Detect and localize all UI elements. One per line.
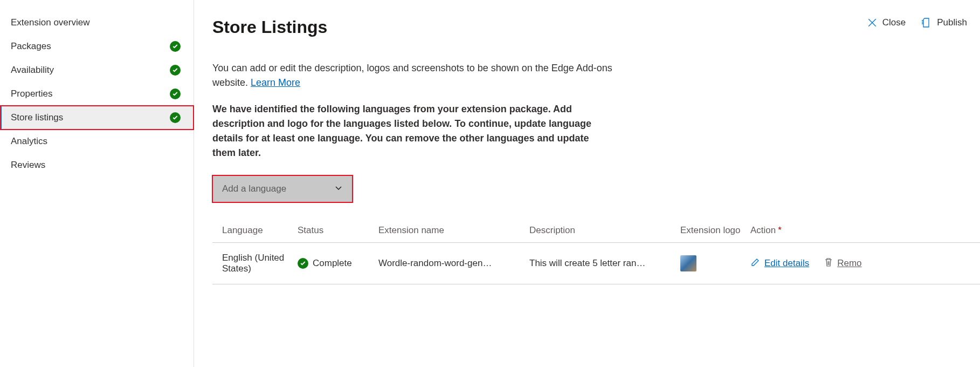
learn-more-link[interactable]: Learn More bbox=[251, 77, 300, 88]
status-text: Complete bbox=[313, 258, 352, 269]
header-row: Store Listings Close Publish bbox=[212, 17, 980, 37]
sidebar-item-reviews[interactable]: Reviews bbox=[0, 153, 194, 177]
page-title: Store Listings bbox=[212, 17, 327, 37]
edit-details-label: Edit details bbox=[764, 258, 809, 269]
header-actions: Close Publish bbox=[867, 17, 967, 28]
sidebar-item-label: Properties bbox=[11, 89, 170, 99]
close-button[interactable]: Close bbox=[867, 17, 906, 28]
sidebar-item-label: Reviews bbox=[11, 160, 181, 171]
col-header-action-label: Action bbox=[750, 225, 776, 236]
sidebar-item-label: Analytics bbox=[11, 136, 181, 147]
sidebar-item-label: Extension overview bbox=[11, 17, 181, 28]
checkmark-icon bbox=[170, 41, 181, 52]
publish-button[interactable]: Publish bbox=[921, 17, 967, 28]
cell-extension-name: Wordle-random-word-gen… bbox=[378, 258, 529, 269]
table-row: English (United States) Complete Wordle-… bbox=[212, 243, 980, 284]
publish-icon bbox=[921, 17, 931, 28]
sidebar-item-analytics[interactable]: Analytics bbox=[0, 130, 194, 153]
table-header: Language Status Extension name Descripti… bbox=[212, 225, 980, 243]
add-language-dropdown[interactable]: Add a language bbox=[212, 175, 353, 202]
sidebar-item-store-listings[interactable]: Store listings bbox=[0, 106, 194, 130]
chevron-down-icon bbox=[334, 184, 343, 195]
col-header-logo: Extension logo bbox=[680, 225, 750, 236]
edit-details-link[interactable]: Edit details bbox=[750, 257, 809, 270]
remove-label: Remo bbox=[837, 258, 861, 269]
sidebar-item-availability[interactable]: Availability bbox=[0, 58, 194, 82]
sidebar-item-packages[interactable]: Packages bbox=[0, 35, 194, 58]
listings-table: Language Status Extension name Descripti… bbox=[212, 225, 980, 284]
cell-logo bbox=[680, 255, 750, 271]
checkmark-icon bbox=[170, 112, 181, 123]
checkmark-icon bbox=[170, 89, 181, 99]
close-label: Close bbox=[882, 17, 906, 28]
publish-label: Publish bbox=[937, 17, 967, 28]
col-header-extension-name: Extension name bbox=[378, 225, 529, 236]
extension-logo-thumb bbox=[680, 255, 696, 271]
cell-status: Complete bbox=[298, 258, 378, 269]
main-content: Store Listings Close Publish You can add… bbox=[194, 0, 980, 367]
notice-text: We have identified the following languag… bbox=[212, 102, 601, 160]
sidebar-item-label: Store listings bbox=[11, 112, 170, 123]
trash-icon bbox=[824, 257, 833, 270]
cell-actions: Edit details Remo bbox=[750, 257, 970, 270]
sidebar: Extension overview Packages Availability… bbox=[0, 0, 194, 367]
required-asterisk-icon: * bbox=[778, 225, 782, 236]
checkmark-icon bbox=[298, 258, 308, 269]
cell-language: English (United States) bbox=[222, 253, 298, 274]
pencil-icon bbox=[750, 257, 760, 270]
col-header-action: Action * bbox=[750, 225, 970, 236]
intro-text: You can add or edit the description, log… bbox=[212, 61, 622, 90]
col-header-language: Language bbox=[222, 225, 298, 236]
sidebar-item-label: Availability bbox=[11, 65, 170, 76]
dropdown-placeholder: Add a language bbox=[222, 184, 286, 194]
sidebar-item-extension-overview[interactable]: Extension overview bbox=[0, 11, 194, 35]
sidebar-item-properties[interactable]: Properties bbox=[0, 82, 194, 106]
col-header-description: Description bbox=[529, 225, 680, 236]
sidebar-item-label: Packages bbox=[11, 41, 170, 52]
add-language-dropdown-wrap: Add a language bbox=[212, 175, 353, 202]
col-header-status: Status bbox=[298, 225, 378, 236]
close-icon bbox=[867, 18, 877, 28]
checkmark-icon bbox=[170, 65, 181, 76]
cell-description: This will create 5 letter ran… bbox=[529, 258, 680, 269]
remove-link[interactable]: Remo bbox=[824, 257, 861, 270]
